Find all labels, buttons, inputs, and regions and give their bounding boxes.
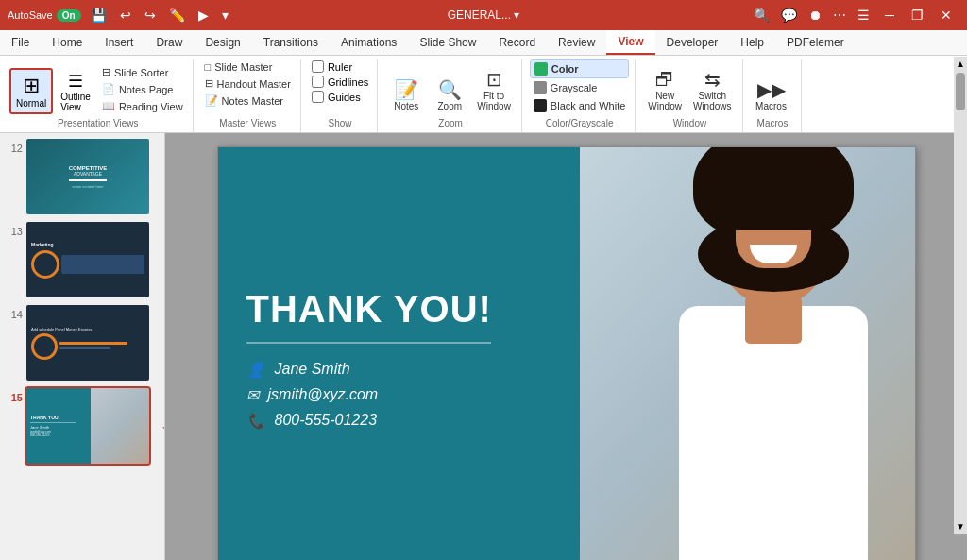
- slide-master-label: Slide Master: [214, 61, 272, 73]
- tab-view[interactable]: View: [606, 30, 654, 55]
- tab-slide-show[interactable]: Slide Show: [408, 30, 487, 55]
- scroll-down-btn[interactable]: ▼: [954, 519, 967, 534]
- slide-canvas: THANK YOU! 👤 Jane Smith ✉ jsmith@xyz.com…: [165, 133, 967, 560]
- ribbon-tabs: File Home Insert Draw Design Transitions…: [0, 30, 967, 56]
- fit-label: Fit toWindow: [477, 91, 511, 111]
- tab-animations[interactable]: Animations: [330, 30, 408, 55]
- normal-button[interactable]: ⊞ Normal: [9, 68, 53, 114]
- ribbon-toggle-icon[interactable]: ☰: [854, 6, 874, 25]
- handout-master-button[interactable]: ⊟ Handout Master: [201, 76, 295, 92]
- reading-view-label: Reading View: [119, 101, 183, 112]
- tab-pdfelemer[interactable]: PDFelemer: [775, 30, 856, 55]
- tab-design[interactable]: Design: [194, 30, 251, 55]
- close-button[interactable]: ✕: [933, 6, 959, 25]
- outline-view-icon: ☰: [68, 71, 83, 92]
- new-window-button[interactable]: 🗗 NewWindow: [643, 67, 687, 114]
- tab-record[interactable]: Record: [487, 30, 547, 55]
- group-presentation-views: ⊞ Normal ☰ OutlineView ⊟ Slide Sorter: [4, 59, 194, 132]
- slide-thumb-14[interactable]: 14 Add schedule Panel Money Express: [4, 303, 161, 382]
- contact-name-text: Jane Smith: [275, 361, 350, 378]
- group-color-grayscale: Color Grayscale Black and White Color/Gr…: [524, 59, 636, 132]
- present-icon[interactable]: ▶: [195, 6, 212, 25]
- autosave-toggle[interactable]: On: [57, 9, 81, 22]
- window-controls: ─ ❐ ✕: [877, 6, 959, 25]
- title-dropdown-icon[interactable]: ▾: [514, 8, 519, 22]
- show-col: Ruler Gridlines Guides: [309, 59, 371, 104]
- slide-master-icon: □: [205, 61, 212, 73]
- overflow-icon[interactable]: ⋯: [829, 6, 850, 25]
- ribbon: File Home Insert Draw Design Transitions…: [0, 30, 967, 133]
- zoom-button[interactable]: 🔍 Zoom: [429, 77, 470, 114]
- slide-background: THANK YOU! 👤 Jane Smith ✉ jsmith@xyz.com…: [218, 147, 915, 561]
- bw-icon: [534, 99, 547, 112]
- tab-transitions[interactable]: Transitions: [252, 30, 330, 55]
- fit-to-window-button[interactable]: ⊡ Fit toWindow: [472, 67, 516, 114]
- title-bar-right: 🔍 💬 ⏺ ⋯ ☰ ─ ❐ ✕: [750, 6, 959, 25]
- gridlines-checkbox[interactable]: Gridlines: [309, 75, 371, 89]
- normal-icon: ⊞: [23, 74, 40, 98]
- share-icon[interactable]: 💬: [777, 6, 801, 25]
- slide-master-button[interactable]: □ Slide Master: [201, 59, 295, 75]
- normal-label: Normal: [16, 98, 46, 109]
- thumb-13[interactable]: Marketing: [26, 222, 149, 297]
- outline-view-button[interactable]: ☰ OutlineView: [57, 69, 94, 114]
- thumb-14[interactable]: Add schedule Panel Money Express: [26, 305, 149, 381]
- autosave-label: AutoSave: [8, 9, 53, 21]
- customize-icon[interactable]: ✏️: [165, 6, 189, 25]
- title-bar: AutoSave On 💾 ↩ ↪ ✏️ ▶ ▾ GENERAL... ▾ 🔍 …: [0, 0, 967, 30]
- slide-panel[interactable]: 12 COMPETITIVE ADVANTAGE some content he…: [0, 133, 165, 560]
- record-icon[interactable]: ⏺: [805, 6, 825, 25]
- redo-icon[interactable]: ↪: [141, 6, 160, 25]
- restore-button[interactable]: ❐: [904, 6, 931, 25]
- minimize-button[interactable]: ─: [877, 6, 902, 25]
- switch-label: SwitchWindows: [693, 91, 732, 111]
- undo-icon[interactable]: ↩: [116, 6, 135, 25]
- ruler-checkbox[interactable]: Ruler: [309, 59, 371, 74]
- notes-page-button[interactable]: 📄 Notes Page: [98, 81, 187, 97]
- tab-help[interactable]: Help: [729, 30, 775, 55]
- slide-thumb-15[interactable]: 15 THANK YOU! Jane Smith jsmith@xyz.com …: [4, 386, 161, 466]
- notes-master-button[interactable]: 📝 Notes Master: [201, 93, 295, 109]
- vertical-scrollbar[interactable]: ▲ ▼: [954, 133, 967, 534]
- bw-label: Black and White: [551, 100, 625, 111]
- macros-button[interactable]: ▶▶ Macros: [751, 77, 792, 114]
- more-icon[interactable]: ▾: [218, 6, 232, 25]
- slide-thumb-13[interactable]: 13 Marketing: [4, 220, 161, 299]
- contact-info: 👤 Jane Smith ✉ jsmith@xyz.com 📞 800-555-…: [246, 361, 552, 430]
- contact-name: 👤 Jane Smith: [246, 361, 552, 379]
- switch-windows-button[interactable]: ⇆ SwitchWindows: [688, 67, 737, 114]
- notes-icon: 📝: [395, 80, 418, 99]
- black-white-button[interactable]: Black and White: [530, 97, 629, 114]
- thumb-15[interactable]: THANK YOU! Jane Smith jsmith@xyz.com 800…: [26, 388, 149, 464]
- slide-sorter-button[interactable]: ⊟ Slide Sorter: [98, 64, 187, 80]
- grayscale-button[interactable]: Grayscale: [530, 79, 629, 96]
- handout-master-label: Handout Master: [217, 78, 291, 90]
- notes-master-icon: 📝: [205, 94, 218, 107]
- group-color-label: Color/Grayscale: [530, 116, 629, 130]
- slide-thumb-12[interactable]: 12 COMPETITIVE ADVANTAGE some content he…: [4, 137, 161, 216]
- thumb-12[interactable]: COMPETITIVE ADVANTAGE some content here: [26, 139, 149, 214]
- photo-area: [532, 147, 915, 561]
- color-button[interactable]: Color: [530, 59, 629, 78]
- tab-file[interactable]: File: [0, 30, 41, 55]
- phone-icon: 📞: [246, 412, 265, 430]
- tab-draw[interactable]: Draw: [144, 30, 194, 55]
- tab-developer[interactable]: Developer: [655, 30, 730, 55]
- guides-checkbox[interactable]: Guides: [309, 90, 371, 104]
- search-icon[interactable]: 🔍: [750, 6, 773, 25]
- group-window: 🗗 NewWindow ⇆ SwitchWindows Window: [637, 59, 742, 132]
- reading-view-button[interactable]: 📖 Reading View: [98, 98, 187, 114]
- save-icon[interactable]: 💾: [87, 6, 110, 25]
- tab-review[interactable]: Review: [547, 30, 606, 55]
- grayscale-icon: [534, 81, 547, 94]
- title-bar-left: AutoSave On 💾 ↩ ↪ ✏️ ▶ ▾: [8, 6, 232, 25]
- color-label: Color: [551, 63, 579, 75]
- notes-button[interactable]: 📝 Notes: [385, 77, 427, 114]
- contact-email: ✉ jsmith@xyz.com: [246, 386, 552, 404]
- tab-home[interactable]: Home: [41, 30, 93, 55]
- tab-insert[interactable]: Insert: [93, 30, 144, 55]
- slide-num-15: 15: [6, 388, 23, 403]
- master-views-col: □ Slide Master ⊟ Handout Master 📝 Notes …: [201, 59, 295, 109]
- zoom-label: Zoom: [438, 101, 463, 111]
- autosave-area: AutoSave On: [8, 9, 81, 22]
